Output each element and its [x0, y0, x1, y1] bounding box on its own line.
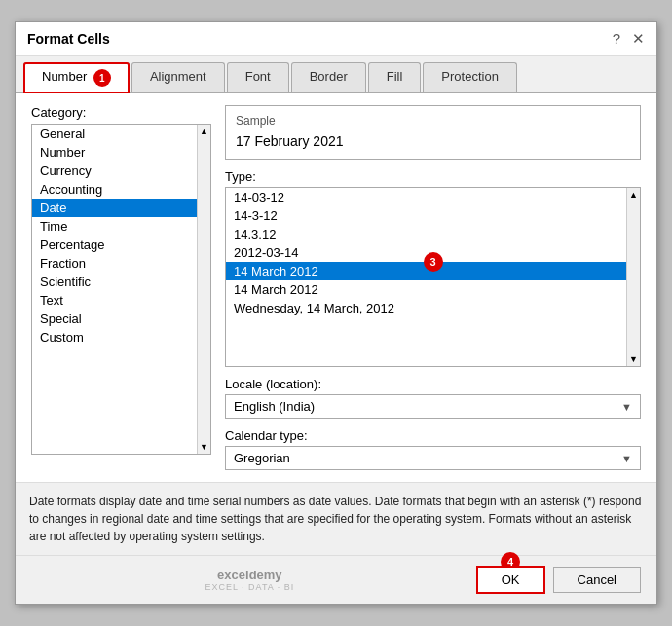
tab-bar: Number 1 Alignment Font Border Fill Prot…	[16, 56, 656, 93]
category-item-number[interactable]: Number	[32, 143, 210, 162]
locale-value: English (India)	[234, 399, 315, 414]
format-cells-dialog: Format Cells ? ✕ Number 1 Alignment Font…	[15, 21, 657, 605]
calendar-dropdown-arrow: ▼	[621, 453, 632, 464]
tab-content: Category: General Number Currency Accoun…	[16, 93, 656, 482]
ok-btn-wrapper: 4 OK	[476, 566, 545, 594]
main-row: Category: General Number Currency Accoun…	[31, 105, 641, 470]
locale-dropdown-arrow: ▼	[621, 401, 632, 413]
locale-dropdown[interactable]: English (India) ▼	[225, 394, 641, 419]
help-button[interactable]: ?	[613, 30, 620, 48]
calendar-value: Gregorian	[234, 451, 290, 465]
tab-number-badge: 1	[93, 69, 111, 87]
category-item-custom[interactable]: Custom	[32, 328, 210, 347]
title-bar-controls: ? ✕	[613, 30, 645, 48]
category-item-accounting[interactable]: Accounting	[32, 180, 210, 199]
type-item-1[interactable]: 14-3-12	[226, 206, 640, 225]
title-bar: Format Cells ? ✕	[16, 22, 656, 56]
category-label: Category:	[31, 105, 211, 120]
calendar-label: Calendar type:	[225, 428, 641, 443]
watermark-brand: exceldemy	[217, 568, 282, 582]
type-list[interactable]: 14-03-12 14-3-12 14.3.12 2012-03-14 14 M…	[225, 187, 641, 367]
category-item-general[interactable]: General	[32, 125, 210, 143]
type-label: Type:	[225, 169, 641, 184]
category-item-date[interactable]: Date 2	[32, 199, 210, 217]
cancel-button[interactable]: Cancel	[553, 567, 641, 593]
type-section: Type: 14-03-12 14-3-12 14.3.12 2012-03-1…	[225, 169, 641, 367]
sample-value: 17 February 2021	[236, 131, 630, 151]
locale-section: Locale (location): English (India) ▼	[225, 377, 641, 419]
type-item-6[interactable]: Wednesday, 14 March, 2012	[226, 299, 640, 317]
type-scrollbar[interactable]: ▲ ▼	[626, 188, 640, 366]
sample-label: Sample	[236, 114, 630, 128]
description-area: Date formats display date and time seria…	[16, 482, 656, 555]
tab-alignment[interactable]: Alignment	[131, 62, 225, 92]
tab-fill[interactable]: Fill	[368, 62, 422, 92]
calendar-section: Calendar type: Gregorian ▼	[225, 428, 641, 470]
category-scrollbar[interactable]: ▲ ▼	[197, 125, 210, 454]
type-badge: 3	[424, 252, 443, 272]
watermark-sub: EXCEL · DATA · BI	[205, 582, 294, 592]
tab-font[interactable]: Font	[227, 62, 289, 92]
type-item-0[interactable]: 14-03-12	[226, 188, 640, 206]
category-item-fraction[interactable]: Fraction	[32, 254, 210, 273]
type-item-5[interactable]: 14 March 2012	[226, 280, 640, 299]
category-item-time[interactable]: Time	[32, 217, 210, 236]
category-item-percentage[interactable]: Percentage	[32, 236, 210, 254]
tab-number[interactable]: Number 1	[23, 62, 130, 93]
close-button[interactable]: ✕	[632, 30, 645, 48]
right-panel: Sample 17 February 2021 Type: 14-03-12 1…	[225, 105, 641, 470]
footer: exceldemy EXCEL · DATA · BI 4 OK Cancel	[16, 555, 656, 604]
sample-box: Sample 17 February 2021	[225, 105, 641, 160]
calendar-dropdown[interactable]: Gregorian ▼	[225, 446, 641, 470]
type-item-4[interactable]: 14 March 2012 3	[226, 262, 640, 280]
category-panel: Category: General Number Currency Accoun…	[31, 105, 211, 470]
dialog-title: Format Cells	[27, 31, 110, 47]
type-item-2[interactable]: 14.3.12	[226, 225, 640, 243]
category-item-currency[interactable]: Currency	[32, 162, 210, 180]
category-item-text[interactable]: Text	[32, 291, 210, 310]
category-list[interactable]: General Number Currency Accounting Date …	[31, 124, 211, 455]
watermark: exceldemy EXCEL · DATA · BI	[31, 568, 468, 592]
ok-button[interactable]: OK	[476, 566, 545, 594]
category-item-special[interactable]: Special	[32, 310, 210, 328]
locale-label: Locale (location):	[225, 377, 641, 391]
category-item-scientific[interactable]: Scientific	[32, 273, 210, 291]
description-text: Date formats display date and time seria…	[29, 495, 641, 543]
tab-protection[interactable]: Protection	[423, 62, 517, 92]
tab-border[interactable]: Border	[291, 62, 366, 92]
